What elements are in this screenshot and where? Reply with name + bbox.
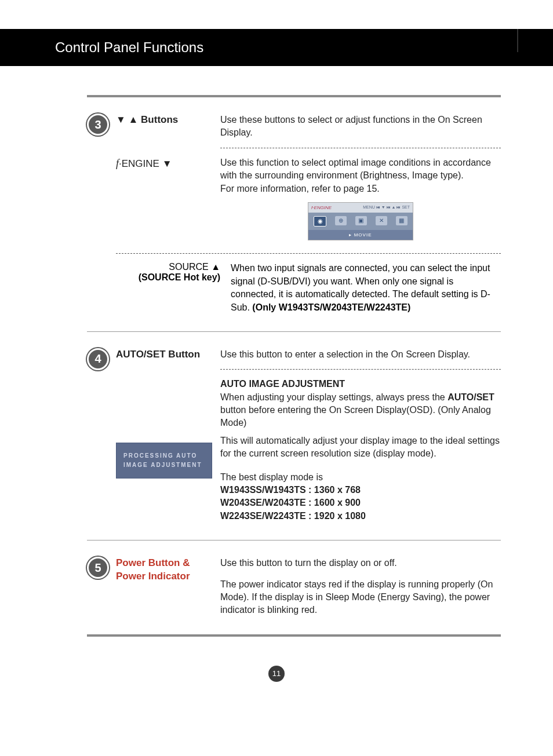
- osd-icon-close: ✕: [376, 216, 387, 225]
- fengine-desc: Use this function to select optimal imag…: [220, 158, 491, 193]
- fengine-row: f·ENGINE ▼ Use this function to select o…: [87, 156, 501, 246]
- source-desc-b: (Only W1943TS/W2043TE/W2243TE): [252, 302, 410, 312]
- osd-icon-globe: ◉: [314, 216, 326, 227]
- power-label: Power Button & Power Indicator: [116, 557, 220, 617]
- power-desc1: Use this button to turn the display on o…: [220, 557, 501, 569]
- badge-4: 4: [87, 348, 109, 370]
- auto-p2: This will automatically adjust your disp…: [220, 434, 501, 461]
- dashed-rule: [220, 369, 501, 370]
- section-divider: [87, 540, 501, 540]
- auto-p1c: button before entering the On Screen Dis…: [220, 405, 491, 428]
- osd-brand: f·ENGINE: [311, 204, 332, 211]
- processing-box: PROCESSING AUTO IMAGE ADJUSTMENT: [116, 443, 212, 479]
- auto-p1b: AUTO/SET: [448, 392, 494, 402]
- page-number: 11: [268, 666, 285, 682]
- osd-preview: f·ENGINE MENU ⏮ ▼ ⏭ ▲ ⏭ SET ◉ ⊕ ▣ ✕ ▦ ▸ …: [308, 202, 413, 240]
- source-label-line2: (SOURCE Hot key): [87, 272, 220, 283]
- badge-3: 3: [87, 114, 109, 136]
- page-title: Control Panel Functions: [0, 29, 553, 66]
- auto-p1a: When adjusting your display settings, al…: [220, 392, 448, 402]
- fengine-label-text: ·ENGINE ▼: [119, 158, 172, 169]
- best-intro: The best display mode is: [220, 471, 501, 484]
- bottom-rule: [87, 634, 501, 637]
- processing-line1: PROCESSING AUTO: [123, 451, 205, 461]
- dashed-rule: [116, 253, 501, 254]
- power-desc2: The power indicator stays red if the dis…: [220, 578, 501, 617]
- buttons-desc: Use these buttons to select or adjust fu…: [220, 114, 501, 140]
- section-3: 3 ▼ ▲ Buttons Use these buttons to selec…: [87, 114, 501, 140]
- osd-footer: ▸ MOVIE: [308, 230, 413, 240]
- source-row: SOURCE ▲ (SOURCE Hot key) When two input…: [87, 262, 501, 314]
- page-edge-mark: [517, 29, 518, 52]
- osd-icon-picture: ▣: [355, 216, 367, 225]
- source-label-line1: SOURCE ▲: [87, 262, 220, 272]
- best-1: W1943SS/W1943TS : 1360 x 768: [220, 485, 361, 495]
- source-desc: When two input signals are connected, yo…: [231, 262, 501, 314]
- auto-title: AUTO IMAGE ADJUSTMENT: [220, 379, 345, 389]
- osd-icon-web: ⊕: [335, 216, 347, 225]
- dashed-rule: [220, 148, 501, 148]
- processing-line2: IMAGE ADJUSTMENT: [123, 461, 205, 470]
- section-divider: [87, 331, 501, 332]
- best-2: W2043SE/W2043TE : 1600 x 900: [220, 498, 361, 507]
- page-footer: 11: [0, 666, 553, 682]
- autoset-label: AUTO/SET Button: [116, 349, 200, 360]
- badge-5: 5: [87, 557, 109, 579]
- autoset-desc1: Use this button to enter a selection in …: [220, 348, 501, 361]
- top-rule: [87, 95, 501, 97]
- section-4: 4 AUTO/SET Button PROCESSING AUTO IMAGE …: [87, 348, 501, 523]
- auto-p1: When adjusting your display settings, al…: [220, 391, 501, 430]
- osd-controls: MENU ⏮ ▼ ⏭ ▲ ⏭ SET: [363, 204, 410, 211]
- buttons-label: ▼ ▲ Buttons: [116, 114, 220, 140]
- best-3: W2243SE/W2243TE : 1920 x 1080: [220, 511, 366, 521]
- osd-icon-grid: ▦: [396, 216, 408, 225]
- section-5: 5 Power Button & Power Indicator Use thi…: [87, 557, 501, 617]
